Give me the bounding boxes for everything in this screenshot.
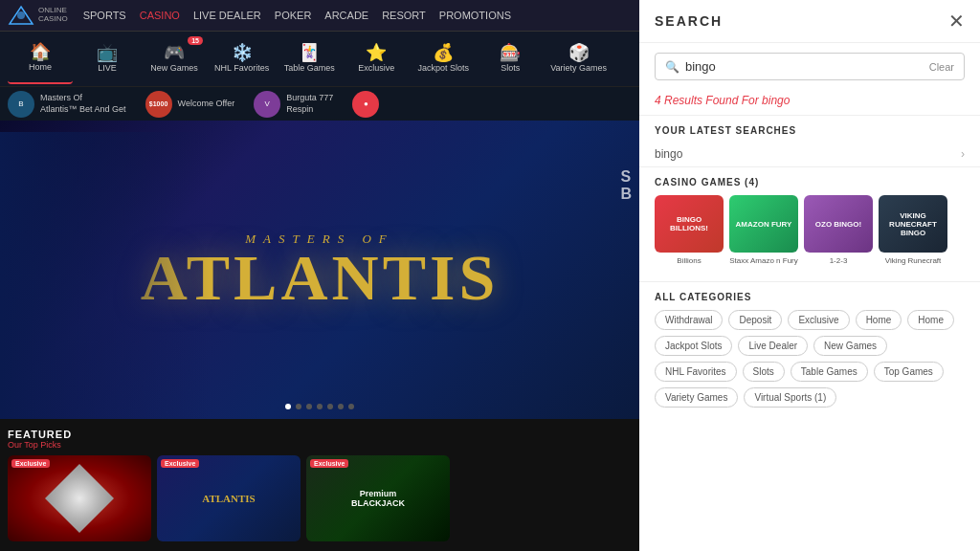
tag-slots[interactable]: Slots xyxy=(743,362,785,382)
cat-table-label: Table Games xyxy=(284,63,335,74)
new-games-icon: 🎮 xyxy=(164,44,185,61)
cat-jackpot[interactable]: 💰 Jackpot Slots xyxy=(411,34,476,84)
featured-row: Exclusive Exclusive ATLANTIS Exclusive xyxy=(8,455,632,541)
new-games-badge: 15 xyxy=(188,36,203,45)
cat-table[interactable]: 🃏 Table Games xyxy=(277,34,342,84)
featured-card-3[interactable]: Exclusive PremiumBLACKJACK xyxy=(306,455,450,541)
cat-live[interactable]: 📺 LIVE xyxy=(75,34,140,84)
tag-new-games[interactable]: New Games xyxy=(813,336,887,356)
tag-home1[interactable]: Home xyxy=(856,310,902,330)
cat-slots[interactable]: 🎰 Slots xyxy=(478,34,543,84)
variety-icon: 🎲 xyxy=(568,44,590,61)
hero-dot-6[interactable] xyxy=(338,404,344,409)
card-2-badge: Exclusive xyxy=(161,459,199,468)
page-wrapper: ONLINE CASINO SPORTS CASINO LIVE DEALER … xyxy=(0,0,980,551)
tag-variety-games[interactable]: Variety Games xyxy=(655,387,738,408)
featured-label: FEATURED xyxy=(8,429,632,440)
game-card-4[interactable]: VIKING RUNECRAFT BINGO Viking Runecraft xyxy=(879,195,947,266)
latest-arrow: › xyxy=(961,147,965,161)
featured-sub: Our Top Picks xyxy=(8,440,632,450)
promo-1-text: Masters Of Atlantis™ Bet And Get xyxy=(40,93,126,115)
nav-promotions[interactable]: PROMOTIONS xyxy=(439,10,511,21)
promo-2[interactable]: $1000 Welcome Offer xyxy=(145,91,235,118)
jackpot-icon: 💰 xyxy=(433,44,454,61)
cat-variety-label: Variety Games xyxy=(550,63,607,74)
game-card-1[interactable]: BINGO BILLIONS! Billions xyxy=(655,195,724,266)
featured-card-1[interactable]: Exclusive xyxy=(8,455,151,541)
game-card-2[interactable]: AMAZON FURY Staxx Amazo n Fury xyxy=(729,195,798,266)
tag-withdrawal[interactable]: Withdrawal xyxy=(655,310,723,330)
latest-search-bingo[interactable]: bingo › xyxy=(639,142,980,166)
cat-nhl-label: NHL Favorites xyxy=(214,63,269,74)
exclusive-icon: ⭐ xyxy=(366,44,387,61)
results-query: bingo xyxy=(762,94,790,107)
promo-4-thumb: ● xyxy=(352,91,379,118)
nav-resort[interactable]: RESORT xyxy=(382,10,426,21)
promo-2-thumb: $1000 xyxy=(145,91,172,118)
card-1-bg xyxy=(8,455,151,541)
cat-variety[interactable]: 🎲 Variety Games xyxy=(545,34,612,84)
left-content: B Masters Of Atlantis™ Bet And Get $1000… xyxy=(0,87,639,551)
tag-nhl[interactable]: NHL Favorites xyxy=(655,362,737,382)
card-3-bg: PremiumBLACKJACK xyxy=(306,455,450,541)
slots-icon: 🎰 xyxy=(500,44,521,61)
nhl-icon: ❄️ xyxy=(232,44,253,61)
hero-dot-2[interactable] xyxy=(296,404,301,409)
promo-4[interactable]: ● xyxy=(352,91,379,118)
tag-exclusive[interactable]: Exclusive xyxy=(788,310,849,330)
tag-deposit[interactable]: Deposit xyxy=(728,310,782,330)
tag-jackpot-slots[interactable]: Jackpot Slots xyxy=(655,336,732,356)
hero-dot-5[interactable] xyxy=(327,404,333,409)
promo-1-thumb: B xyxy=(8,91,34,118)
cat-exclusive[interactable]: ⭐ Exclusive xyxy=(344,34,409,84)
promo-3-thumb: V xyxy=(254,91,280,118)
hero-dot-4[interactable] xyxy=(317,404,323,409)
game-thumb-1: BINGO BILLIONS! xyxy=(655,195,724,253)
search-overlay: SEARCH ✕ 🔍 Clear 4 Results Found For bin… xyxy=(639,87,980,551)
casino-games-label: CASINO GAMES (4) xyxy=(639,166,980,195)
nav-arcade[interactable]: ARCADE xyxy=(324,10,368,21)
cat-new-games[interactable]: 15 🎮 New Games xyxy=(142,34,207,84)
promo-1[interactable]: B Masters Of Atlantis™ Bet And Get xyxy=(8,91,126,118)
nav-casino[interactable]: CASINO xyxy=(140,10,180,21)
nav-poker[interactable]: POKER xyxy=(275,10,312,21)
promo-3[interactable]: V Burguta 777 Respin xyxy=(254,91,333,118)
promo-bar: B Masters Of Atlantis™ Bet And Get $1000… xyxy=(0,87,639,121)
hero-figure xyxy=(0,132,211,419)
hero-dot-3[interactable] xyxy=(306,404,312,409)
promo-3-text: Burguta 777 Respin xyxy=(286,93,333,115)
game-name-1: Billions xyxy=(677,256,701,266)
cats-tags: Withdrawal Deposit Exclusive Home Home J… xyxy=(655,310,965,408)
cat-exclusive-label: Exclusive xyxy=(358,63,394,74)
game-thumb-4-bg: VIKING RUNECRAFT BINGO xyxy=(879,195,947,253)
live-icon: 📺 xyxy=(97,44,118,61)
cat-home[interactable]: 🏠 Home xyxy=(8,34,73,84)
nav-live-dealer[interactable]: LIVE DEALER xyxy=(193,10,261,21)
game-thumb-2: AMAZON FURY xyxy=(729,195,798,253)
all-categories-section: ALL CATEGORIES Withdrawal Deposit Exclus… xyxy=(639,281,980,419)
cat-slots-label: Slots xyxy=(501,63,520,74)
content-row: B Masters Of Atlantis™ Bet And Get $1000… xyxy=(0,87,980,551)
tag-top-games[interactable]: Top Games xyxy=(874,362,944,382)
cat-home-label: Home xyxy=(29,62,52,73)
cat-jackpot-label: Jackpot Slots xyxy=(417,63,469,74)
hero-dot-1[interactable] xyxy=(285,404,291,409)
table-icon: 🃏 xyxy=(299,44,320,61)
logo-icon xyxy=(8,5,34,26)
hero-dot-7[interactable] xyxy=(348,404,354,409)
game-card-3[interactable]: OZO BINGO! 1-2-3 xyxy=(804,195,873,266)
cat-nhl[interactable]: ❄️ NHL Favorites xyxy=(209,34,275,84)
latest-searches-title: YOUR LATEST SEARCHES xyxy=(639,116,980,142)
hero-side-text: SB xyxy=(612,168,639,203)
tag-virtual-sports[interactable]: Virtual Sports (1) xyxy=(744,387,836,408)
tag-table-games[interactable]: Table Games xyxy=(791,362,868,382)
card-1-badge: Exclusive xyxy=(11,459,50,468)
tag-live-dealer[interactable]: Live Dealer xyxy=(738,336,808,356)
tag-home2[interactable]: Home xyxy=(907,310,954,330)
nav-sports[interactable]: SPORTS xyxy=(83,10,126,21)
game-name-2: Staxx Amazo n Fury xyxy=(729,256,798,266)
game-thumb-4: VIKING RUNECRAFT BINGO xyxy=(879,195,947,253)
game-thumb-1-bg: BINGO BILLIONS! xyxy=(655,195,724,253)
hero-banner: MASTERS OF ATLANTIS SB xyxy=(0,121,639,419)
featured-card-2[interactable]: Exclusive ATLANTIS xyxy=(157,455,301,541)
